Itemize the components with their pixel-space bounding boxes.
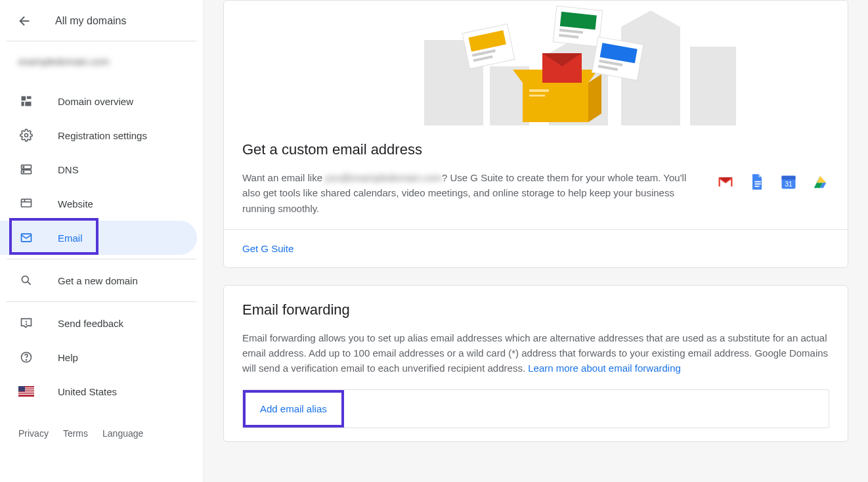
sidebar-item-registration[interactable]: Registration settings [0, 118, 203, 152]
footer-links: Privacy Terms Language [0, 408, 203, 439]
nav-label: United States [58, 386, 117, 397]
sidebar-item-help[interactable]: Help [0, 340, 203, 374]
nav-label: Help [58, 352, 78, 363]
privacy-link[interactable]: Privacy [18, 428, 49, 439]
svg-rect-2 [22, 102, 24, 106]
forwarding-description: Email forwarding allows you to set up al… [242, 330, 829, 376]
dns-icon [18, 162, 34, 177]
sidebar: All my domains exampledomain.com Domain … [0, 0, 204, 482]
domain-name-blurred: exampledomain.com [0, 47, 203, 77]
svg-point-13 [22, 276, 28, 282]
svg-rect-24 [18, 394, 34, 395]
desc-prefix: Want an email like [242, 172, 325, 183]
svg-rect-23 [18, 393, 34, 393]
nav-label: DNS [58, 164, 79, 175]
sidebar-item-country[interactable]: United States [0, 374, 203, 408]
dashboard-icon [18, 93, 34, 109]
svg-text:31: 31 [785, 180, 792, 188]
svg-rect-9 [22, 199, 32, 207]
calendar-icon: 31 [779, 173, 798, 194]
svg-rect-3 [25, 102, 31, 106]
sidebar-item-get-domain[interactable]: Get a new domain [0, 263, 203, 297]
svg-marker-30 [621, 11, 680, 27]
svg-line-14 [28, 282, 31, 285]
email-forwarding-card: Email forwarding Email forwarding allows… [223, 285, 848, 442]
svg-rect-53 [755, 186, 760, 187]
email-icon [18, 230, 34, 246]
nav-label: Domain overview [58, 96, 133, 107]
nav-list: Domain overview Registration settings DN… [0, 77, 203, 408]
sidebar-item-feedback[interactable]: Send feedback [0, 306, 203, 340]
hero-illustration [224, 1, 848, 125]
svg-point-8 [23, 171, 24, 173]
svg-point-16 [26, 324, 27, 324]
gsuite-app-icons: 31 [716, 170, 829, 194]
sidebar-item-website[interactable]: Website [0, 186, 203, 221]
terms-link[interactable]: Terms [63, 428, 88, 439]
main-content: Get a custom email address Want an email… [204, 0, 868, 482]
svg-rect-35 [529, 89, 549, 92]
us-flag-icon [18, 383, 34, 399]
divider [7, 301, 196, 302]
alias-panel: Add email alias [242, 389, 829, 428]
language-link[interactable]: Language [102, 428, 143, 439]
blurred-email-example: you@exampledomain.com [325, 170, 442, 185]
svg-rect-52 [755, 183, 761, 185]
get-gsuite-button[interactable]: Get G Suite [224, 230, 848, 267]
custom-email-heading: Get a custom email address [242, 141, 829, 158]
custom-email-description: Want an email like you@exampledomain.com… [242, 170, 697, 216]
website-icon [18, 196, 34, 211]
svg-point-18 [26, 360, 27, 361]
help-icon [18, 349, 34, 365]
nav-label: Email [58, 232, 83, 244]
svg-point-7 [23, 166, 24, 167]
docs-icon [748, 173, 766, 194]
sidebar-header: All my domains [0, 9, 203, 39]
drive-icon [811, 173, 829, 194]
svg-rect-36 [529, 95, 545, 97]
svg-rect-1 [27, 97, 32, 99]
nav-label: Registration settings [58, 130, 147, 141]
back-arrow-icon[interactable] [17, 13, 33, 29]
sidebar-title[interactable]: All my domains [55, 15, 126, 27]
svg-rect-25 [18, 386, 25, 391]
sidebar-item-overview[interactable]: Domain overview [0, 84, 203, 118]
svg-rect-33 [523, 83, 588, 122]
svg-rect-55 [782, 176, 796, 180]
svg-rect-51 [755, 181, 761, 183]
svg-rect-31 [690, 47, 736, 125]
gear-icon [18, 127, 34, 143]
nav-label: Website [58, 198, 93, 209]
divider [7, 259, 196, 259]
nav-label: Get a new domain [58, 275, 138, 286]
sidebar-item-dns[interactable]: DNS [0, 152, 203, 186]
add-email-alias-button[interactable]: Add email alias [243, 390, 344, 427]
custom-email-card: Get a custom email address Want an email… [223, 0, 848, 268]
gmail-icon [716, 173, 735, 194]
search-icon [18, 273, 34, 288]
forwarding-heading: Email forwarding [242, 301, 829, 318]
svg-rect-0 [22, 97, 26, 101]
learn-more-link[interactable]: Learn more about email forwarding [528, 362, 681, 374]
nav-label: Send feedback [58, 318, 123, 329]
sidebar-item-email[interactable]: Email [0, 221, 197, 255]
divider [7, 41, 196, 41]
svg-point-4 [25, 134, 28, 137]
feedback-icon [18, 315, 34, 331]
